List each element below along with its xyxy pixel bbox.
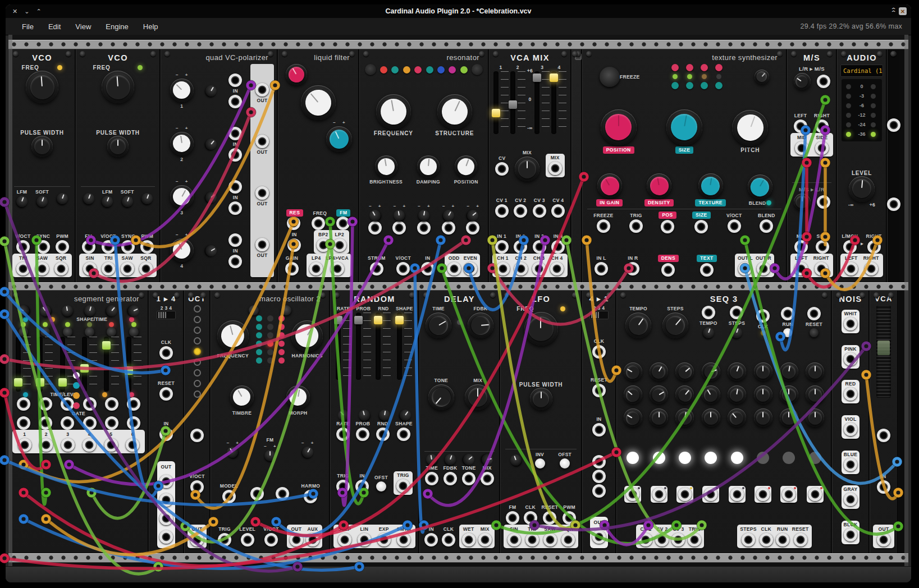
port-clk-jack[interactable] bbox=[592, 345, 606, 359]
pin-icon[interactable]: ⌃⌃ bbox=[890, 8, 895, 14]
out-bp2-jack[interactable] bbox=[317, 238, 330, 252]
octave-radio[interactable] bbox=[194, 391, 201, 398]
decode-knob[interactable] bbox=[794, 194, 811, 210]
out-ch-3-jack[interactable] bbox=[532, 262, 546, 275]
fader-handle[interactable] bbox=[14, 378, 22, 387]
in-jack[interactable] bbox=[228, 180, 242, 194]
level-fader[interactable] bbox=[876, 305, 891, 398]
out-saw-jack[interactable] bbox=[121, 262, 134, 275]
cv-jack[interactable] bbox=[39, 416, 52, 430]
port-clk-jack[interactable] bbox=[756, 309, 770, 323]
octave-radio[interactable] bbox=[194, 359, 201, 366]
structure-knob[interactable] bbox=[437, 94, 472, 129]
type-icon[interactable] bbox=[73, 382, 80, 389]
cv-jack[interactable] bbox=[287, 217, 300, 230]
shape[interactable] bbox=[61, 304, 74, 317]
atten[interactable] bbox=[443, 453, 458, 467]
quality-icon[interactable] bbox=[686, 64, 693, 71]
atten[interactable] bbox=[300, 444, 315, 460]
in-jack[interactable] bbox=[228, 255, 242, 268]
fader-handle[interactable] bbox=[533, 74, 541, 82]
port-l-mon-jack[interactable] bbox=[843, 240, 857, 254]
out-ch-4-jack[interactable] bbox=[550, 262, 564, 275]
out-sqr-jack[interactable] bbox=[561, 533, 575, 546]
mult-out-jack[interactable] bbox=[159, 530, 173, 544]
cv-jack[interactable] bbox=[127, 416, 140, 430]
steps-knob[interactable] bbox=[662, 313, 688, 338]
minimize-button[interactable]: ⌄ bbox=[24, 8, 29, 15]
step-knob[interactable] bbox=[702, 408, 720, 427]
gate-jack[interactable] bbox=[808, 488, 822, 501]
size-knob[interactable] bbox=[666, 109, 702, 145]
segment-fader[interactable] bbox=[82, 337, 97, 392]
atten[interactable] bbox=[730, 325, 744, 340]
out-mix-jack[interactable] bbox=[478, 533, 492, 546]
mix-knob[interactable] bbox=[465, 384, 491, 410]
port-in-jack[interactable] bbox=[424, 533, 438, 546]
morph-knob[interactable] bbox=[286, 385, 310, 409]
step-knob[interactable] bbox=[702, 385, 720, 404]
cv-jack[interactable] bbox=[105, 397, 118, 411]
cv-in-jack[interactable] bbox=[190, 429, 204, 442]
trig-out-jack[interactable] bbox=[396, 479, 410, 493]
blend-icon[interactable] bbox=[715, 82, 723, 89]
out-tri-jack[interactable] bbox=[525, 533, 539, 546]
octave-radio[interactable] bbox=[194, 348, 201, 355]
blend-knob[interactable] bbox=[748, 174, 772, 199]
step-knob[interactable] bbox=[754, 385, 772, 404]
step-knob[interactable] bbox=[780, 385, 798, 404]
noise-viol-jack[interactable] bbox=[844, 422, 857, 436]
out-ch-2-jack[interactable] bbox=[514, 262, 528, 275]
in-gain-knob[interactable] bbox=[597, 173, 622, 198]
port-cv-3-jack[interactable] bbox=[533, 204, 546, 218]
gate-jack[interactable] bbox=[678, 488, 692, 501]
mode-icon[interactable] bbox=[365, 64, 376, 75]
blend-icon[interactable] bbox=[701, 82, 708, 89]
partial-jack[interactable] bbox=[887, 118, 900, 132]
port-cv-2-jack[interactable] bbox=[514, 204, 527, 218]
out-left-jack[interactable] bbox=[844, 262, 858, 275]
out-out-l-jack[interactable] bbox=[738, 262, 752, 275]
out-saw-jack[interactable] bbox=[543, 533, 557, 546]
step-knob[interactable] bbox=[624, 385, 642, 404]
atten[interactable] bbox=[393, 209, 406, 222]
out-odd-jack[interactable] bbox=[447, 262, 461, 275]
out-step-jack[interactable] bbox=[338, 533, 351, 546]
polarizer-knob[interactable] bbox=[170, 238, 194, 262]
chain-jack[interactable] bbox=[592, 484, 606, 498]
close-button[interactable]: ✕ bbox=[12, 8, 17, 15]
freeze-button[interactable] bbox=[600, 67, 620, 87]
octave-radio[interactable] bbox=[194, 305, 201, 313]
mix-knob[interactable] bbox=[515, 157, 539, 181]
mode-icon[interactable] bbox=[472, 64, 483, 75]
step-knob[interactable] bbox=[650, 362, 668, 381]
out-lp2-jack[interactable] bbox=[333, 238, 346, 252]
port-run-jack[interactable] bbox=[781, 307, 794, 320]
mult-out-jack[interactable] bbox=[159, 493, 173, 507]
port-gain-jack[interactable] bbox=[285, 262, 299, 275]
out-jack[interactable] bbox=[255, 238, 269, 251]
atten[interactable] bbox=[417, 209, 430, 222]
fader-handle[interactable] bbox=[125, 366, 133, 375]
polarizer-trim[interactable] bbox=[203, 83, 218, 98]
channel-switch[interactable] bbox=[157, 311, 176, 319]
out-cv-1-jack[interactable] bbox=[639, 533, 652, 546]
port-in-jack[interactable] bbox=[877, 480, 890, 494]
step-knob[interactable] bbox=[728, 362, 746, 381]
timbre-knob[interactable] bbox=[230, 385, 254, 409]
port-left-jack[interactable] bbox=[794, 120, 807, 133]
atten[interactable] bbox=[225, 444, 240, 460]
out-out-r-jack[interactable] bbox=[757, 262, 770, 275]
port-v-oct-jack[interactable] bbox=[16, 240, 30, 254]
seg-out-jack[interactable] bbox=[18, 438, 31, 452]
step-indicator[interactable] bbox=[809, 452, 821, 464]
tempo-knob[interactable] bbox=[625, 313, 651, 338]
fm-atten[interactable] bbox=[509, 453, 523, 467]
in-jack[interactable] bbox=[228, 95, 242, 108]
gate-jack[interactable] bbox=[652, 488, 666, 501]
frequency-knob[interactable] bbox=[217, 320, 249, 352]
tone-knob[interactable] bbox=[428, 384, 454, 410]
port-cv-jack[interactable] bbox=[495, 162, 509, 176]
channel-fader[interactable] bbox=[534, 71, 550, 134]
gate-jack[interactable] bbox=[704, 488, 717, 501]
